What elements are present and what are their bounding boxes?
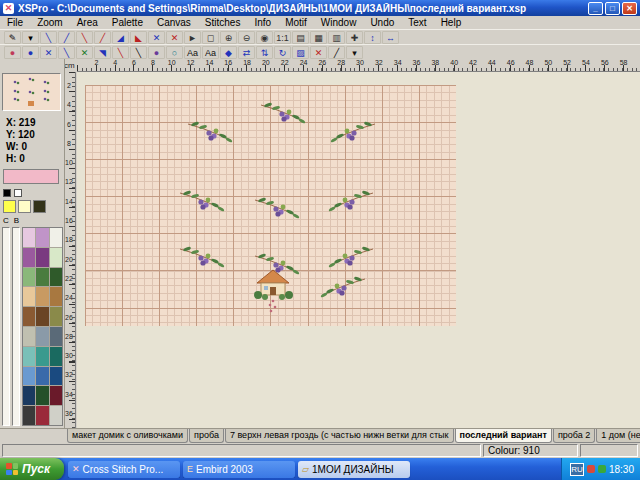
palette-swatch[interactable]	[36, 287, 48, 306]
eraser-tool-icon[interactable]: ◻	[202, 31, 219, 44]
half-stitch-se-icon[interactable]: ╱	[94, 31, 111, 44]
menu-item[interactable]: Canvas	[150, 16, 198, 29]
zoom-area-icon[interactable]: ◉	[256, 31, 273, 44]
rotate-icon[interactable]: ↻	[274, 46, 291, 59]
palette-swatch[interactable]	[23, 406, 35, 425]
palette-swatch[interactable]	[50, 386, 62, 405]
taskbar-task[interactable]: E Embird 2003	[183, 461, 295, 478]
select-tool-icon[interactable]: ►	[184, 31, 201, 44]
palette-swatch[interactable]	[50, 248, 62, 267]
design-tab[interactable]: 7 верхн левая гроздь (с частью нижн ветк…	[225, 429, 454, 443]
palette-swatch[interactable]	[23, 287, 35, 306]
menu-item[interactable]: Info	[247, 16, 278, 29]
palette-swatch[interactable]	[23, 228, 35, 247]
design-tab[interactable]: проба	[189, 429, 224, 443]
backstitch-black-icon[interactable]: ╲	[130, 46, 147, 59]
ruler-toggle-icon[interactable]: ▥	[328, 31, 345, 44]
menu-item[interactable]: Palette	[105, 16, 150, 29]
palette-swatch[interactable]	[18, 200, 31, 213]
half-stitch-ne-icon[interactable]: ╱	[58, 31, 75, 44]
c-column[interactable]	[2, 227, 10, 426]
motif-library-icon[interactable]: ◆	[220, 46, 237, 59]
french-knot-icon[interactable]: ●	[148, 46, 165, 59]
palette-swatch[interactable]	[23, 386, 35, 405]
menu-item[interactable]: Area	[70, 16, 105, 29]
menu-item[interactable]: Help	[434, 16, 469, 29]
palette-swatch[interactable]	[36, 347, 48, 366]
palette-swatch[interactable]	[50, 287, 62, 306]
half-stitch-sw-icon[interactable]: ╲	[76, 31, 93, 44]
scroll-vertical-icon[interactable]: ↕	[364, 31, 381, 44]
palette-swatch[interactable]	[3, 189, 11, 197]
design-tab[interactable]: последний вариант	[455, 429, 552, 443]
palette-swatch[interactable]	[23, 248, 35, 267]
antivirus-tray-icon[interactable]	[587, 465, 595, 473]
palette-swatch[interactable]	[50, 367, 62, 386]
menu-item[interactable]: Motif	[278, 16, 314, 29]
quarter-stitch-blue-icon[interactable]: ◢	[112, 31, 129, 44]
close-button[interactable]: ✕	[622, 2, 637, 15]
design-tab[interactable]: 1 дом (не весь для стыковки)	[596, 429, 640, 443]
tool-dropdown-icon[interactable]: ▾	[22, 31, 39, 44]
backstitch-red-icon[interactable]: ╲	[112, 46, 129, 59]
quarter-stitch-red-icon[interactable]: ◣	[130, 31, 147, 44]
volume-tray-icon[interactable]	[598, 465, 606, 473]
language-indicator[interactable]: RU	[570, 463, 584, 476]
palette-swatch[interactable]	[36, 228, 48, 247]
design-tab[interactable]: проба 2	[553, 429, 595, 443]
three-quarter-stitch-icon[interactable]: ◥	[94, 46, 111, 59]
palette-swatch[interactable]	[36, 386, 48, 405]
pan-tool-icon[interactable]: ✚	[346, 31, 363, 44]
zoom-out-icon[interactable]: ⊖	[238, 31, 255, 44]
palette-swatch[interactable]	[36, 268, 48, 287]
palette-swatch[interactable]	[36, 248, 48, 267]
menu-item[interactable]: Stitches	[198, 16, 248, 29]
thread-color-icon[interactable]: ●	[4, 46, 21, 59]
palette-swatch[interactable]	[50, 228, 62, 247]
full-stitch-red-icon[interactable]: ✕	[166, 31, 183, 44]
bead-icon[interactable]: ○	[166, 46, 183, 59]
palette-swatch[interactable]	[23, 367, 35, 386]
palette-swatch[interactable]	[50, 406, 62, 425]
half-stitch-nw-icon[interactable]: ╲	[40, 31, 57, 44]
start-button[interactable]: Пуск	[0, 458, 64, 480]
menu-item[interactable]: Window	[314, 16, 364, 29]
grid-toggle-icon[interactable]: ▦	[310, 31, 327, 44]
background-color-icon[interactable]: ●	[22, 46, 39, 59]
palette-swatch[interactable]	[23, 268, 35, 287]
menu-item[interactable]: Zoom	[30, 16, 70, 29]
flip-horizontal-icon[interactable]: ⇄	[238, 46, 255, 59]
half-stitch-color-icon[interactable]: ╲	[58, 46, 75, 59]
palette-swatch[interactable]	[36, 307, 48, 326]
palette-swatch[interactable]	[23, 307, 35, 326]
more-tools-dropdown-icon[interactable]: ▾	[346, 46, 363, 59]
palette-swatch[interactable]	[36, 367, 48, 386]
current-color-swatch[interactable]	[3, 169, 59, 184]
pattern-fill-icon[interactable]: ▨	[292, 46, 309, 59]
scroll-horizontal-icon[interactable]: ↔	[382, 31, 399, 44]
minimize-button[interactable]: _	[588, 2, 603, 15]
b-column[interactable]	[12, 227, 20, 426]
full-stitch-color-icon[interactable]: ✕	[40, 46, 57, 59]
print-icon[interactable]: ▤	[292, 31, 309, 44]
zoom-in-icon[interactable]: ⊕	[220, 31, 237, 44]
menu-item[interactable]: File	[0, 16, 30, 29]
petite-stitch-icon[interactable]: ✕	[76, 46, 93, 59]
palette-swatch[interactable]	[14, 189, 22, 197]
palette-swatch[interactable]	[50, 347, 62, 366]
line-tool-icon[interactable]: ╱	[328, 46, 345, 59]
menu-item[interactable]: Undo	[363, 16, 401, 29]
taskbar-task[interactable]: ✕ Cross Stitch Pro...	[68, 461, 180, 478]
palette-swatch[interactable]	[50, 327, 62, 346]
palette-swatch[interactable]	[3, 200, 16, 213]
palette-swatch[interactable]	[50, 307, 62, 326]
font-small-icon[interactable]: Aa	[184, 46, 201, 59]
delete-stitch-icon[interactable]: ✕	[310, 46, 327, 59]
palette-swatch[interactable]	[33, 200, 46, 213]
palette-swatch[interactable]	[23, 347, 35, 366]
pencil-tool-icon[interactable]: ✎	[4, 31, 21, 44]
menu-item[interactable]: Text	[401, 16, 433, 29]
taskbar-task[interactable]: ▱ 1МОИ ДИЗАЙНЫ	[298, 461, 410, 478]
palette-swatch[interactable]	[50, 268, 62, 287]
palette-swatch[interactable]	[36, 406, 48, 425]
